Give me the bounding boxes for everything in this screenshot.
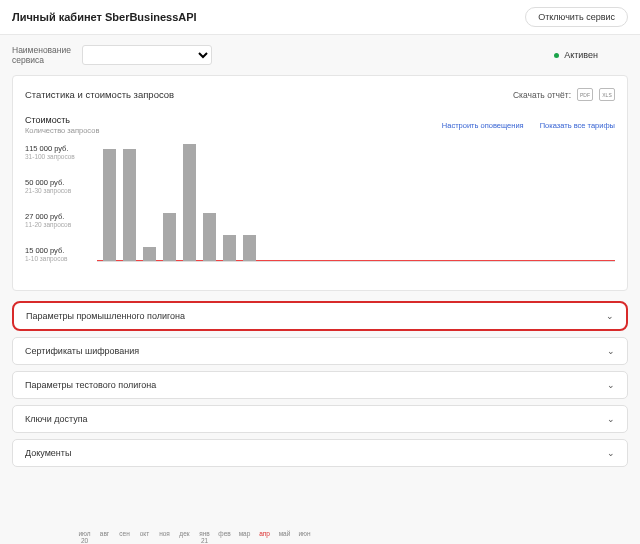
- xlabel: сен: [118, 530, 131, 544]
- chevron-down-icon: ⌄: [607, 380, 615, 390]
- status-text: Активен: [564, 50, 598, 60]
- xlabel: окт: [138, 530, 151, 544]
- xlabel: июл 20: [78, 530, 91, 544]
- chart-xaxis: июл 20авгсеноктноядекянв 21февмарапрмайи…: [72, 530, 640, 544]
- page-title: Личный кабинет SberBusinessAPI: [12, 11, 197, 23]
- chart-bar: [223, 235, 236, 261]
- chart-yaxis: 115 000 руб.31-100 запросов50 000 руб.21…: [25, 144, 97, 278]
- chart-bar: [123, 149, 136, 261]
- xlabel: июн: [298, 530, 311, 544]
- link-alerts[interactable]: Настроить оповещения: [442, 121, 524, 130]
- stats-card: Статистика и стоимость запросов Скачать …: [12, 75, 628, 291]
- card-title: Статистика и стоимость запросов: [25, 89, 174, 100]
- accordion-label: Параметры тестового полигона: [25, 380, 156, 390]
- accordion-label: Ключи доступа: [25, 414, 88, 424]
- chart-plot: [97, 144, 615, 262]
- chevron-down-icon: ⌄: [607, 346, 615, 356]
- chart-bar: [163, 213, 176, 262]
- chart: 115 000 руб.31-100 запросов50 000 руб.21…: [25, 138, 615, 278]
- ytick: 27 000 руб.11-20 запросов: [25, 212, 97, 228]
- topbar: Личный кабинет SberBusinessAPI Отключить…: [0, 0, 640, 35]
- accordion-label: Параметры промышленного полигона: [26, 311, 185, 321]
- accordion-item[interactable]: Документы⌄: [12, 439, 628, 467]
- xlabel: мар: [238, 530, 251, 544]
- xlabel: фев: [218, 530, 231, 544]
- download-xls-icon[interactable]: XLS: [599, 88, 615, 101]
- xlabel: ноя: [158, 530, 171, 544]
- accordion-label: Сертификаты шифрования: [25, 346, 139, 356]
- ytick: 115 000 руб.31-100 запросов: [25, 144, 97, 160]
- accordion-item[interactable]: Параметры тестового полигона⌄: [12, 371, 628, 399]
- download-pdf-icon[interactable]: PDF: [577, 88, 593, 101]
- chart-bars: [97, 144, 615, 261]
- xlabel: авг: [98, 530, 111, 544]
- service-status: Активен: [554, 50, 598, 60]
- chart-bar: [143, 247, 156, 262]
- link-tariffs[interactable]: Показать все тарифы: [540, 121, 615, 130]
- accordion-label: Документы: [25, 448, 71, 458]
- xlabel: янв 21: [198, 530, 211, 544]
- chart-bar: [103, 149, 116, 261]
- service-bar: Наименование сервиса Активен: [0, 35, 640, 75]
- status-dot-icon: [554, 53, 559, 58]
- service-label: Наименование сервиса: [12, 45, 68, 65]
- accordion-list: Параметры промышленного полигона⌄Сертифи…: [12, 301, 628, 467]
- service-select[interactable]: [82, 45, 212, 65]
- accordion-item[interactable]: Сертификаты шифрования⌄: [12, 337, 628, 365]
- disable-service-button[interactable]: Отключить сервис: [525, 7, 628, 27]
- chart-bar: [183, 144, 196, 261]
- ytick: 15 000 руб.1-10 запросов: [25, 246, 97, 262]
- download-label: Скачать отчёт:: [513, 90, 571, 100]
- tab-cost[interactable]: Стоимость: [25, 115, 615, 125]
- chevron-down-icon: ⌄: [607, 414, 615, 424]
- chevron-down-icon: ⌄: [606, 311, 614, 321]
- tab-count[interactable]: Количество запросов: [25, 126, 615, 135]
- ytick: 50 000 руб.21-30 запросов: [25, 178, 97, 194]
- chevron-down-icon: ⌄: [607, 448, 615, 458]
- xlabel: дек: [178, 530, 191, 544]
- chart-bar: [243, 235, 256, 261]
- xlabel: май: [278, 530, 291, 544]
- xlabel: апр: [258, 530, 271, 544]
- chart-bar: [203, 213, 216, 262]
- accordion-item[interactable]: Ключи доступа⌄: [12, 405, 628, 433]
- accordion-item[interactable]: Параметры промышленного полигона⌄: [12, 301, 628, 331]
